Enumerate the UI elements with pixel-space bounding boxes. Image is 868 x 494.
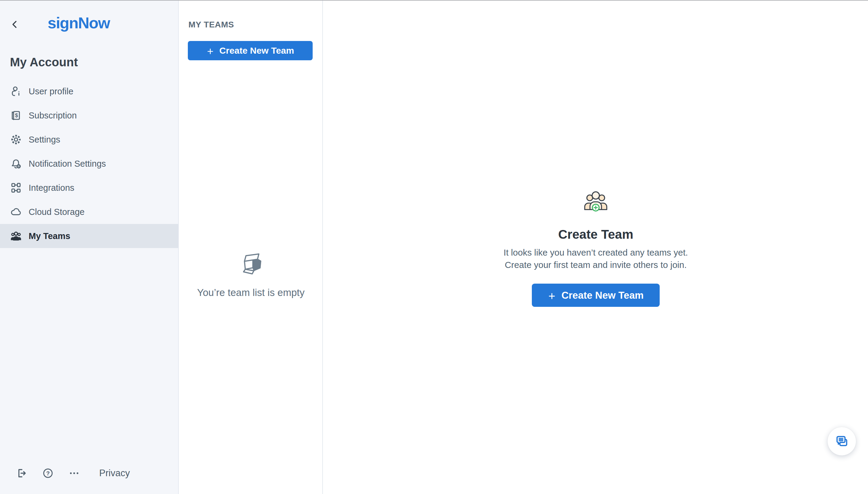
sidebar-item-label: My Teams [29, 231, 70, 241]
logout-button[interactable] [15, 467, 29, 480]
sidebar-item-user-profile[interactable]: User profile [0, 79, 178, 103]
sidebar-item-subscription[interactable]: $ Subscription [0, 103, 178, 128]
sidebar-footer: ? Privacy [15, 467, 130, 480]
settings-gear-icon [10, 134, 22, 146]
help-icon: ? [42, 467, 54, 479]
chevron-left-icon [10, 26, 20, 30]
chat-icon [834, 434, 849, 449]
description-line-1: It looks like you haven’t created any te… [504, 246, 688, 259]
signnow-logo: signNow [48, 14, 110, 32]
svg-text:?: ? [46, 470, 50, 476]
plus-icon [548, 291, 556, 299]
plus-icon [207, 47, 214, 55]
sidebar-item-integrations[interactable]: Integrations [0, 176, 178, 200]
svg-text:$: $ [15, 113, 18, 119]
back-button[interactable] [8, 18, 21, 31]
sidebar-nav: User profile $ Subscription [0, 79, 178, 248]
sidebar-item-label: User profile [29, 87, 73, 96]
my-teams-icon [10, 230, 22, 242]
sidebar-item-label: Integrations [29, 183, 74, 193]
create-new-team-button-label: Create New Team [220, 45, 294, 56]
team-add-illustration [580, 188, 612, 216]
sidebar-item-label: Settings [29, 135, 60, 145]
create-team-description: It looks like you haven’t created any te… [504, 246, 688, 271]
help-button[interactable]: ? [41, 467, 55, 480]
sidebar-item-label: Subscription [29, 111, 77, 120]
privacy-link[interactable]: Privacy [99, 468, 130, 479]
signnow-my-account-screen: signNow My Account User profile [0, 0, 868, 494]
sidebar-item-notification-settings[interactable]: Notification Settings [0, 152, 178, 176]
description-line-2: Create your first team and invite others… [504, 259, 688, 271]
create-team-block: Create Team It looks like you haven’t cr… [460, 188, 732, 307]
page-title: My Account [10, 55, 78, 69]
more-button[interactable] [68, 467, 81, 480]
teams-empty-state: You’re team list is empty [180, 251, 322, 298]
create-new-team-button[interactable]: Create New Team [188, 41, 313, 60]
top-border-line [0, 0, 868, 1]
user-profile-icon [10, 85, 22, 97]
notification-settings-icon [10, 158, 22, 170]
integrations-icon [10, 182, 22, 194]
sidebar-item-settings[interactable]: Settings [0, 128, 178, 152]
sidebar: signNow My Account User profile [0, 0, 179, 494]
sidebar-item-my-teams[interactable]: My Teams [0, 224, 178, 248]
main-content: Create Team It looks like you haven’t cr… [323, 1, 868, 494]
create-new-team-button-main[interactable]: Create New Team [532, 284, 660, 307]
sidebar-item-label: Notification Settings [29, 159, 106, 169]
cloud-icon [10, 206, 22, 218]
sidebar-item-label: Cloud Storage [29, 207, 84, 217]
ellipsis-icon [68, 467, 80, 479]
sidebar-item-cloud-storage[interactable]: Cloud Storage [0, 200, 178, 224]
chat-button[interactable] [828, 427, 856, 455]
create-new-team-main-label: Create New Team [561, 290, 644, 301]
teams-panel-title: MY TEAMS [188, 20, 234, 30]
subscription-icon: $ [10, 109, 22, 121]
teams-empty-text: You’re team list is empty [180, 287, 322, 298]
create-team-title: Create Team [558, 228, 633, 242]
teams-panel: MY TEAMS Create New Team You’re team lis… [180, 1, 323, 494]
empty-box-icon [237, 251, 265, 279]
logout-icon [16, 467, 28, 479]
